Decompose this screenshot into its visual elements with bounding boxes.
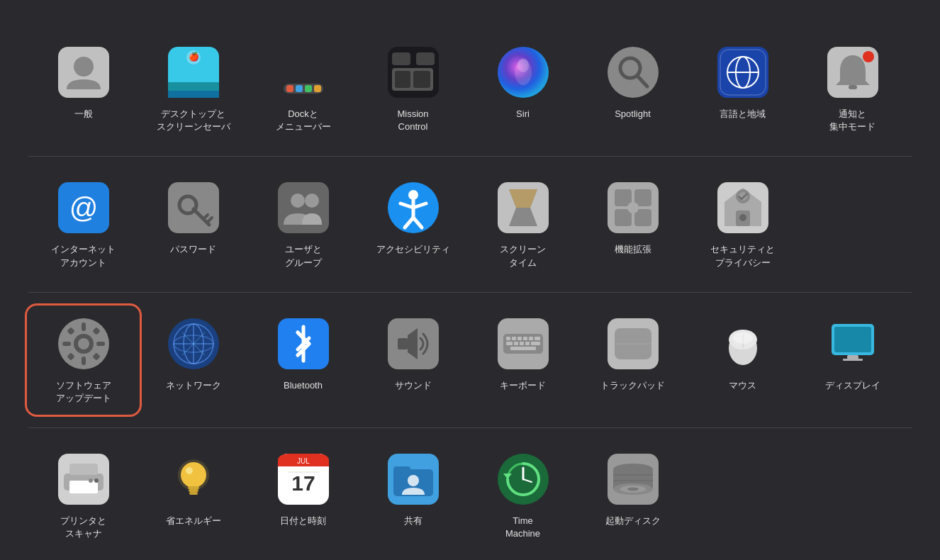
siri-icon — [495, 44, 552, 101]
svg-rect-9 — [286, 85, 293, 92]
spotlight-label: Spotlight — [615, 108, 651, 121]
item-startup[interactable]: 起動ディスク — [578, 442, 688, 549]
keyboard-icon — [495, 315, 552, 372]
item-siri[interactable]: Siri — [468, 35, 578, 142]
item-language[interactable]: 言語と地域 — [688, 35, 798, 142]
section-accounts: @ インターネットアカウント パスワード — [28, 156, 912, 291]
svg-rect-99 — [520, 342, 524, 345]
svg-rect-102 — [510, 347, 536, 350]
svg-rect-15 — [416, 52, 435, 65]
item-extensions[interactable]: 機能拡張 — [578, 171, 688, 277]
item-bluetooth[interactable]: Bluetooth — [248, 307, 358, 413]
item-network[interactable]: ネットワーク — [138, 307, 248, 413]
item-password[interactable]: パスワード — [138, 171, 248, 277]
svg-rect-11 — [305, 85, 312, 92]
display-label: ディスプレイ — [825, 379, 880, 392]
svg-point-64 — [739, 192, 747, 201]
item-mouse[interactable]: マウス — [688, 307, 798, 413]
svg-point-22 — [608, 47, 659, 98]
mouse-label: マウス — [729, 379, 756, 392]
item-notification[interactable]: 通知と集中モード — [798, 35, 907, 142]
desktop-label: デスクトップとスクリーンセーバ — [157, 108, 230, 133]
internet-label: インターネットアカウント — [51, 243, 116, 269]
trackpad-label: トラックパッド — [600, 379, 665, 392]
item-timemachine[interactable]: TimeMachine — [468, 442, 578, 549]
item-mission[interactable]: MissionControl — [358, 35, 468, 142]
extensions-icon — [605, 179, 661, 236]
item-software[interactable]: ソフトウェアアップデート — [28, 307, 138, 413]
language-icon — [715, 44, 771, 101]
spotlight-icon — [605, 44, 661, 101]
users-label: ユーザとグループ — [285, 243, 322, 269]
internet-icon: @ — [55, 179, 112, 236]
screentime-label: スクリーンタイム — [500, 243, 546, 269]
item-accessibility[interactable]: アクセシビリティ — [358, 171, 468, 277]
item-users[interactable]: ユーザとグループ — [248, 171, 358, 277]
siri-label: Siri — [516, 108, 530, 121]
svg-point-42 — [305, 194, 319, 208]
desktop-icon: 🍎 — [165, 44, 222, 101]
svg-rect-97 — [506, 342, 513, 345]
svg-point-124 — [178, 459, 209, 491]
users-icon — [275, 179, 332, 236]
svg-rect-71 — [96, 342, 105, 346]
screentime-icon — [495, 179, 552, 236]
general-icon — [55, 44, 112, 101]
svg-point-1 — [74, 57, 94, 77]
svg-rect-4 — [168, 91, 219, 98]
mission-icon — [385, 44, 442, 101]
svg-rect-69 — [82, 357, 86, 365]
svg-point-109 — [733, 332, 753, 344]
svg-rect-31 — [849, 85, 857, 89]
svg-rect-134 — [393, 466, 410, 475]
svg-point-62 — [739, 214, 746, 221]
item-printer[interactable]: プリンタとスキャナ — [28, 442, 138, 549]
svg-rect-91 — [506, 337, 510, 340]
svg-text:JUL: JUL — [297, 457, 310, 465]
item-display[interactable]: ディスプレイ — [798, 307, 907, 413]
trackpad-icon — [605, 315, 661, 372]
datetime-icon: JUL 17 — [275, 451, 332, 508]
software-icon — [55, 315, 112, 372]
printer-icon — [55, 451, 112, 508]
svg-rect-111 — [834, 327, 871, 352]
item-sound[interactable]: サウンド — [358, 307, 468, 413]
item-sharing[interactable]: 共有 — [358, 442, 468, 549]
accessibility-icon — [385, 179, 442, 236]
svg-point-41 — [291, 194, 305, 208]
bluetooth-icon — [275, 315, 332, 372]
svg-rect-113 — [843, 359, 863, 361]
svg-text:@: @ — [69, 192, 98, 223]
item-internet[interactable]: @ インターネットアカウント — [28, 171, 138, 277]
display-icon — [824, 315, 881, 372]
svg-rect-123 — [189, 492, 198, 495]
svg-point-44 — [408, 190, 418, 200]
item-desktop[interactable]: 🍎 デスクトップとスクリーンセーバ — [138, 35, 248, 142]
item-datetime[interactable]: JUL 17 日付と時刻 — [248, 442, 358, 549]
accessibility-label: アクセシビリティ — [376, 243, 450, 256]
svg-point-58 — [627, 202, 639, 213]
dock-icon — [275, 44, 332, 101]
item-spotlight[interactable]: Spotlight — [578, 35, 688, 142]
timemachine-icon — [495, 451, 552, 508]
mission-label: MissionControl — [397, 108, 428, 133]
item-keyboard[interactable]: キーボード — [468, 307, 578, 413]
extensions-label: 機能拡張 — [615, 243, 651, 256]
item-dock[interactable]: Dockとメニューバー — [248, 35, 358, 142]
section-other: プリンタとスキャナ 省エネルギー — [28, 427, 912, 560]
security-icon — [715, 179, 771, 236]
svg-rect-12 — [314, 85, 321, 92]
sharing-icon — [385, 451, 442, 508]
svg-rect-95 — [529, 337, 533, 340]
item-general[interactable]: 一般 — [28, 35, 138, 142]
sharing-label: 共有 — [404, 515, 423, 527]
item-security[interactable]: セキュリティとプライバシー — [688, 171, 798, 277]
item-screentime[interactable]: スクリーンタイム — [468, 171, 578, 277]
svg-point-67 — [78, 338, 89, 349]
item-energy[interactable]: 省エネルギー — [138, 442, 248, 549]
datetime-label: 日付と時刻 — [280, 515, 326, 527]
startup-icon — [605, 451, 661, 508]
software-label: ソフトウェアアップデート — [56, 379, 111, 405]
item-trackpad[interactable]: トラックパッド — [578, 307, 688, 413]
system-preferences: 一般 🍎 デスクトップとスクリーンセーバ — [0, 0, 940, 560]
